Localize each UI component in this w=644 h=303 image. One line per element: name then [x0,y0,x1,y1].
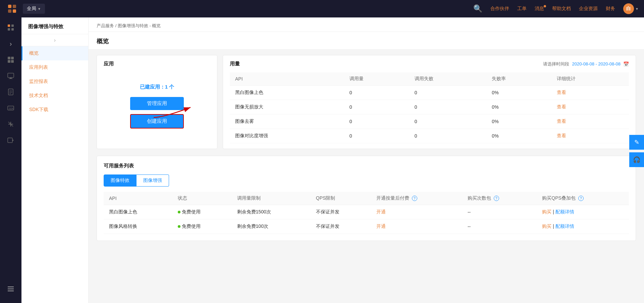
support-float-button[interactable]: 🎧 [629,152,644,167]
usage-section: 用量 请选择时间段 2020-08-08 - 2020-08-08 📅 API … [223,55,636,149]
nav-link-enterprise[interactable]: 企业资源 [579,6,598,12]
sidebar-item-overview[interactable]: 概览 [21,46,88,60]
usage-cell-link[interactable]: 查看 [551,129,629,143]
sidebar-icon-docs[interactable] [3,85,18,99]
sidebar-icon-expand[interactable]: › [3,36,18,51]
app-logo[interactable] [5,2,19,15]
scope-selector[interactable]: 全局 ▼ [23,4,45,14]
svc-cell-qpspkg[interactable]: 购买 | 配额详情 [537,219,629,234]
sidebar-item-applist[interactable]: 应用列表 [21,60,88,74]
services-tabs: 图像特效 图像增强 [104,174,629,187]
usage-cell-failures: 0 [409,100,487,114]
svc-buy-link[interactable]: 购买 [542,209,551,214]
date-value[interactable]: 2020-08-08 - 2020-08-08 [572,61,621,66]
page-title: 概览 [97,38,109,45]
usage-cell-link[interactable]: 查看 [551,114,629,129]
usage-cell-api: 图像对比度增强 [230,129,344,143]
svg-rect-15 [8,89,13,95]
svc-cell-limit: 剩余免费100次 [232,219,311,234]
search-icon[interactable]: 🔍 [473,4,482,13]
svg-rect-0 [8,5,11,8]
svc-cell-open[interactable]: 开通 [371,219,462,234]
tab-image-effect[interactable]: 图像特效 [104,174,137,187]
services-title: 可用服务列表 [104,163,629,169]
scope-label: 全局 [27,6,36,12]
svc-cell-status: 免费使用 [172,219,232,234]
usage-cell-rate: 0% [486,86,551,100]
app-section-label: 应用 [104,61,114,67]
nav-sidebar-expand[interactable]: › [21,34,88,46]
sidebar-item-techdocs[interactable]: 技术文档 [21,89,88,103]
svc-col-open: 开通按量后付费 ? [371,192,462,205]
sidebar-item-sdk[interactable]: SDK下载 [21,103,88,117]
pkg-help-icon[interactable]: ? [494,196,499,201]
sidebar-icon-menu[interactable] [3,282,18,296]
svc-cell-open[interactable]: 开通 [371,205,462,219]
nav-sidebar-title: 图像增强与特效 [21,17,88,34]
nav-link-finance[interactable]: 财务 [606,6,615,12]
usage-cell-rate: 0% [486,100,551,114]
user-avatar: 白 [623,3,634,14]
qpspkg-help-icon[interactable]: ? [578,196,584,201]
nav-link-help[interactable]: 帮助文档 [552,6,571,12]
manage-app-button[interactable]: 管理应用 [130,97,184,110]
svc-cell-qps: 不保证并发 [311,205,371,219]
svc-cell-api: 图像风格转换 [104,219,172,234]
usage-cell-rate: 0% [486,129,551,143]
usage-cell-api: 黑白图像上色 [230,86,344,100]
app-content: 已建应用：1 个 管理应用 创建应用 [130,76,184,129]
usage-cell-calls: 0 [344,100,409,114]
breadcrumb-part2: 图像增强与特效 - 概览 [118,23,161,28]
nav-link-ticket[interactable]: 工单 [517,6,527,12]
svc-col-qpspkg: 购买QPS叠加包 ? [537,192,629,205]
status-dot-icon [178,225,180,228]
usage-cell-api: 图像无损放大 [230,100,344,114]
user-menu[interactable]: 白 ▼ [615,3,639,14]
usage-cell-calls: 0 [344,114,409,129]
main-layout: › [0,17,644,303]
services-table-row: 黑白图像上色 免费使用 剩余免费1500次 不保证并发 开通 -- 购买 | 配… [104,205,629,219]
usage-cell-rate: 0% [486,114,551,129]
svg-rect-4 [8,24,10,27]
nav-link-message[interactable]: 消息 [535,6,544,12]
sidebar-icon-video[interactable] [3,133,18,148]
usage-cell-api: 图像去雾 [230,114,344,129]
svc-detail-link[interactable]: 配额详情 [555,209,574,214]
svc-buy-link[interactable]: 购买 [542,223,551,229]
usage-col-calls: 调用量 [344,72,409,86]
svc-col-api: API [104,192,172,205]
sidebar-icon-cross[interactable] [3,117,18,132]
usage-col-rate: 失败率 [486,72,551,86]
nav-link-partner[interactable]: 合作伙伴 [490,6,509,12]
svc-cell-status: 免费使用 [172,205,232,219]
svg-text:SDK: SDK [9,107,14,110]
sidebar-icon-grid[interactable] [3,20,18,35]
nav-sidebar: 图像增强与特效 › 概览 应用列表 监控报表 技术文档 SDK下载 [21,17,89,303]
icon-sidebar: › [0,17,21,303]
sidebar-icon-sdk[interactable]: SDK [3,101,18,115]
svc-col-limit: 调用量限制 [232,192,311,205]
svg-rect-5 [11,24,14,27]
usage-cell-link[interactable]: 查看 [551,86,629,100]
user-chevron-icon: ▼ [635,7,639,11]
usage-table-row: 图像去雾 0 0 0% 查看 [230,114,629,129]
svc-cell-limit: 剩余免费1500次 [232,205,311,219]
usage-table-row: 图像无损放大 0 0 0% 查看 [230,100,629,114]
svc-col-pkg: 购买次数包 ? [462,192,537,205]
svc-cell-api: 黑白图像上色 [104,205,172,219]
sidebar-item-monitor[interactable]: 监控报表 [21,74,88,89]
calendar-icon[interactable]: 📅 [623,61,629,67]
tab-image-enhance[interactable]: 图像增强 [137,174,169,187]
svc-detail-link[interactable]: 配额详情 [555,223,574,229]
content-area: 产品服务 / 图像增强与特效 - 概览 概览 应用 已建应用：1 个 管理应用 [89,17,644,303]
sidebar-icon-apps[interactable] [3,52,18,67]
sidebar-icon-monitor[interactable] [3,68,18,83]
svg-rect-8 [8,57,10,59]
open-help-icon[interactable]: ? [412,196,417,201]
svc-cell-qps: 不保证并发 [311,219,371,234]
create-app-button[interactable]: 创建应用 [130,114,184,129]
usage-col-failures: 调用失败 [409,72,487,86]
usage-cell-link[interactable]: 查看 [551,100,629,114]
edit-float-button[interactable]: ✎ [629,135,644,150]
svc-cell-qpspkg[interactable]: 购买 | 配额详情 [537,205,629,219]
